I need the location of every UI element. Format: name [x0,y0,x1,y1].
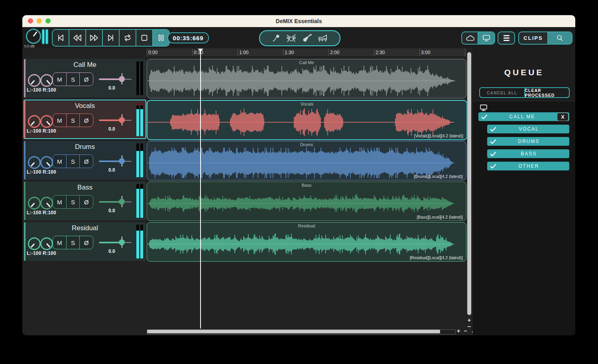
job-name: CALL ME [488,114,557,119]
clips-button[interactable]: CLIPS [519,32,547,44]
track-header-drums[interactable]: Drums L:-100 R:100 M S Ø 0.0 [24,141,146,180]
vertical-zoom-in-button[interactable]: + [466,317,472,323]
traffic-lights [28,18,51,23]
mute-button[interactable]: M [53,155,66,168]
mute-button[interactable]: M [53,114,66,127]
master-meters [42,29,48,44]
track-header-vocals[interactable]: Vocals L:-100 R:100 M S Ø 0.0 [24,100,146,139]
rewind-button[interactable] [69,30,85,46]
phase-button[interactable]: Ø [79,236,93,249]
pan-range-label: L:-100 R:100 [27,210,56,215]
skip-end-button[interactable] [102,30,119,46]
pan-left-knob[interactable] [28,115,41,128]
vertical-scrollbar-thumb[interactable] [467,52,471,315]
horizontal-zoom-in-button[interactable]: + [457,328,460,334]
stop-button[interactable] [136,30,152,46]
clip-bass[interactable]: Bass [Bass][Local][4.2 (latest)] [147,182,466,221]
vertical-scrollbar[interactable] [467,52,472,316]
clip-call-me[interactable]: Call Me [147,59,466,98]
pan-left-knob[interactable] [28,156,41,169]
remove-job-button[interactable]: X [557,113,568,121]
meter-bar [42,29,44,44]
queue-stem-bass[interactable]: BASS [487,149,569,158]
pan-right-knob[interactable] [40,115,53,128]
skip-start-button[interactable] [53,30,69,46]
phase-button[interactable]: Ø [79,155,93,168]
pan-left-knob[interactable] [28,237,41,250]
solo-button[interactable]: S [66,236,80,249]
check-icon[interactable] [490,127,496,132]
gain-slider-handle[interactable] [119,199,125,205]
queue-stem-other[interactable]: OTHER [487,162,569,170]
track-header-bass[interactable]: Bass L:-100 R:100 M S Ø 0.0 [24,182,146,220]
drums-icon[interactable] [286,34,297,43]
solo-button[interactable]: S [66,73,80,86]
search-button[interactable] [547,32,572,44]
solo-button[interactable]: S [66,155,80,168]
phase-button[interactable]: Ø [79,114,93,127]
gain-slider-handle[interactable] [119,76,125,82]
queue-job-call-me[interactable]: CALL ME X [478,112,569,121]
mute-solo-phase-group: M S Ø [53,114,93,127]
menu-group [498,31,515,45]
timeline-ruler[interactable]: 0:000:301:001:302:002:303:003 [147,49,466,57]
cancel-all-button[interactable]: CANCEL ALL [480,88,524,97]
gain-slider-handle[interactable] [119,117,125,123]
playhead-line[interactable] [200,49,201,329]
gain-slider-handle[interactable] [119,239,125,245]
clear-processed-button[interactable]: CLEAR PROCESSED [524,87,570,98]
check-icon[interactable] [481,114,488,119]
clip-drums[interactable]: Drums [Drums][Local][4.2 (latest)] [147,141,466,180]
minimize-window-button[interactable] [37,18,42,23]
phase-button[interactable]: Ø [79,73,93,86]
ruler-label: 1:00 [239,50,248,55]
guitar-icon[interactable] [302,34,312,43]
queue-stem-drums[interactable]: DRUMS [487,137,569,146]
track-header-residual[interactable]: Residual L:-100 R:100 M S Ø 0.0 [24,222,146,261]
piano-icon[interactable] [317,34,329,43]
pan-right-knob[interactable] [40,156,53,169]
gain-slider-handle[interactable] [119,158,125,164]
pause-button[interactable] [152,30,169,46]
stem-name: BASS [496,151,561,157]
maximize-window-button[interactable] [45,18,51,23]
menu-button[interactable] [498,32,514,44]
master-gain-knob[interactable] [26,29,41,44]
mute-solo-phase-group: M S Ø [53,155,93,168]
mute-button[interactable]: M [53,236,66,249]
ruler-tick [192,49,193,57]
time-display[interactable]: 00:35:669 [167,32,209,43]
pan-right-knob[interactable] [40,237,53,250]
queue-actions: CANCEL ALL CLEAR PROCESSED [479,87,570,98]
hamburger-icon [504,35,509,41]
clip-vocals[interactable]: Vocals [Vocals][Local][4.2 (latest)] [147,100,467,140]
solo-button[interactable]: S [66,196,80,208]
microphone-icon[interactable] [271,34,281,43]
pan-right-knob[interactable] [40,197,53,209]
horizontal-scrollbar-thumb[interactable] [147,330,440,333]
phase-button[interactable]: Ø [79,196,93,208]
mute-button[interactable]: M [53,196,66,208]
fast-forward-button[interactable] [85,30,102,46]
instrument-selector [259,30,340,46]
close-window-button[interactable] [28,18,33,23]
mute-button[interactable]: M [53,73,66,86]
pan-left-knob[interactable] [28,74,41,87]
loop-button[interactable] [119,30,136,46]
cloud-processing-button[interactable] [462,32,478,44]
horizontal-scrollbar[interactable] [147,329,456,335]
check-icon[interactable] [490,139,496,144]
clip-title: Drums [147,142,466,147]
horizontal-zoom-out-button[interactable]: − [464,328,467,334]
pan-left-knob[interactable] [28,197,41,209]
solo-button[interactable]: S [66,114,80,127]
check-icon[interactable] [490,164,496,169]
queue-panel: QUEUE CANCEL ALL CLEAR PROCESSED CALL ME… [473,48,575,335]
check-icon[interactable] [490,151,496,157]
queue-stem-vocal[interactable]: VOCAL [487,125,569,133]
clip-residual[interactable]: Residual [Residual][Local][4.2 (latest)] [147,222,466,262]
track-header-call-me[interactable]: Call Me L:-100 R:100 M S Ø 0.0 [24,59,146,98]
pan-right-knob[interactable] [40,74,53,87]
local-processing-button[interactable] [478,32,494,44]
search-icon [556,34,564,42]
